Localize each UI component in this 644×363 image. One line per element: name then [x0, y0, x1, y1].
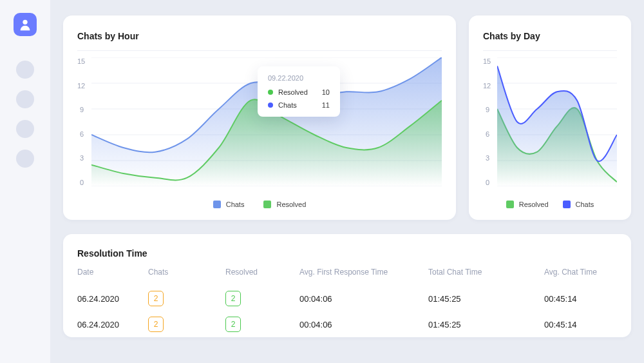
cell-total-time: 01:45:25	[428, 294, 544, 304]
y-axis: 15 12 9 6 3 0	[483, 57, 497, 186]
swatch-icon	[506, 201, 514, 208]
swatch-icon	[563, 201, 571, 208]
tooltip-date: 09.22.2020	[268, 74, 330, 82]
card-title: Resolution Time	[77, 248, 617, 259]
tooltip-row-chats: Chats 11	[268, 101, 330, 109]
sidebar-item-1[interactable]	[16, 61, 34, 79]
card-title: Chats by Hour	[77, 31, 442, 41]
resolution-time-card: Resolution Time Date Chats Resolved Avg.…	[63, 234, 631, 337]
chart-tooltip: 09.22.2020 Resolved 10 Chats	[258, 66, 340, 117]
sidebar-item-2[interactable]	[16, 90, 34, 108]
sidebar	[0, 0, 50, 363]
chart-legend: Resolved Chats	[483, 201, 617, 208]
sidebar-item-3[interactable]	[16, 120, 34, 138]
divider	[483, 50, 617, 51]
tooltip-row-resolved: Resolved 10	[268, 88, 330, 96]
chart-legend: Chats Resolved	[77, 201, 442, 208]
cell-resolved: 2	[225, 317, 299, 332]
main-content: Chats by Hour 15 12 9 6 3 0	[50, 0, 644, 363]
legend-item-resolved: Resolved	[506, 201, 549, 208]
cell-chats: 2	[148, 291, 225, 306]
legend-item-resolved: Resolved	[263, 201, 306, 208]
cell-total-time: 01:45:25	[428, 320, 544, 329]
table-header: Date Chats Resolved Avg. First Response …	[77, 268, 617, 277]
cell-first-response: 00:04:06	[299, 320, 428, 329]
cell-avg-time: 00:45:14	[544, 320, 617, 329]
table-row[interactable]: 06.24.2020 2 2 00:04:06 01:45:25 00:45:1…	[77, 311, 617, 337]
swatch-icon	[213, 201, 221, 208]
cell-date: 06.24.2020	[77, 294, 148, 304]
svg-point-0	[23, 20, 27, 25]
dot-icon	[268, 90, 273, 95]
y-axis: 15 12 9 6 3 0	[77, 57, 91, 186]
chart-plot-hour: 09.22.2020 Resolved 10 Chats	[91, 57, 442, 186]
chats-by-hour-card: Chats by Hour 15 12 9 6 3 0	[63, 15, 456, 220]
cell-first-response: 00:04:06	[299, 294, 428, 304]
cell-date: 06.24.2020	[77, 320, 148, 329]
chart-plot-day	[497, 57, 617, 186]
divider	[77, 50, 442, 51]
cell-avg-time: 00:45:14	[544, 294, 617, 304]
cell-resolved: 2	[225, 291, 299, 306]
person-icon	[18, 17, 32, 32]
app-logo[interactable]	[14, 13, 37, 36]
sidebar-item-4[interactable]	[16, 150, 34, 168]
card-title: Chats by Day	[483, 31, 617, 41]
dot-icon	[268, 103, 273, 108]
legend-item-chats: Chats	[213, 201, 245, 208]
table-row[interactable]: 06.24.2020 2 2 00:04:06 01:45:25 00:45:1…	[77, 286, 617, 311]
swatch-icon	[263, 201, 271, 208]
legend-item-chats: Chats	[563, 201, 594, 208]
cell-chats: 2	[148, 317, 225, 332]
chats-by-day-card: Chats by Day 15 12 9 6 3 0	[469, 15, 631, 220]
